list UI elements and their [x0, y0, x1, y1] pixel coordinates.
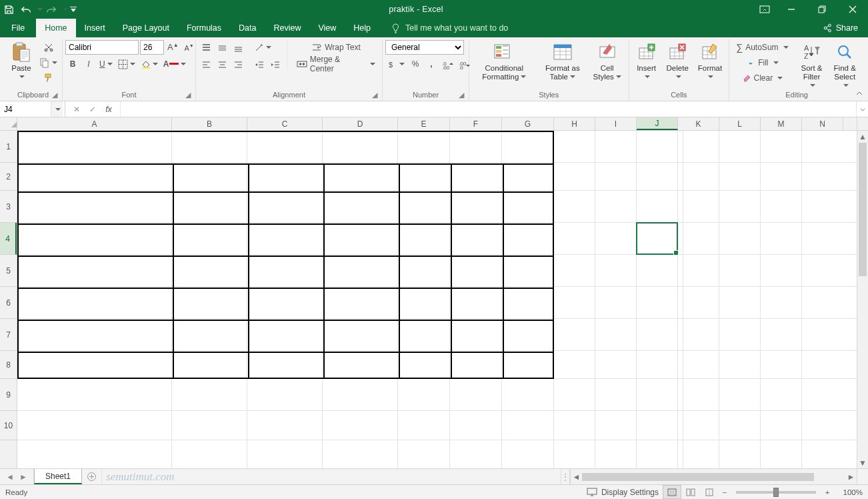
orientation-button[interactable] [252, 40, 273, 55]
zoom-in-button[interactable]: + [821, 488, 833, 496]
align-top-button[interactable] [199, 40, 213, 55]
zoom-out-button[interactable]: − [719, 488, 731, 496]
undo-button[interactable] [17, 0, 35, 19]
borders-button[interactable] [116, 57, 137, 71]
expand-formula-bar[interactable] [856, 101, 868, 117]
increase-decimal-button[interactable]: .0.00 [440, 57, 455, 71]
horizontal-scrollbar[interactable]: ◄ ► [570, 469, 857, 484]
italic-button[interactable]: I [81, 57, 96, 71]
formula-cancel[interactable]: ✕ [69, 101, 84, 117]
row-header-10[interactable]: 10 [0, 411, 17, 440]
delete-cells-button[interactable]: Delete [663, 40, 693, 83]
tab-review[interactable]: Review [265, 19, 309, 37]
decrease-indent-button[interactable] [252, 57, 267, 71]
scroll-right-button[interactable]: ► [845, 469, 857, 484]
wrap-text-button[interactable]: Wrap Text [293, 40, 379, 55]
sheet-nav-next[interactable]: ► [17, 469, 29, 484]
tab-file[interactable]: File [0, 19, 36, 37]
display-settings-button[interactable]: Display Settings [583, 485, 663, 500]
name-box-dropdown[interactable] [51, 101, 63, 117]
scroll-down-button[interactable]: ▼ [857, 457, 868, 468]
insert-cells-button[interactable]: Insert [632, 40, 661, 83]
column-header-C[interactable]: C [247, 117, 323, 130]
tab-data[interactable]: Data [230, 19, 265, 37]
tab-insert[interactable]: Insert [76, 19, 114, 37]
column-header-N[interactable]: N [802, 117, 843, 130]
restore-button[interactable] [807, 0, 837, 19]
cells-canvas[interactable] [17, 131, 857, 468]
align-left-button[interactable] [199, 57, 213, 71]
cell-styles-button[interactable]: Cell Styles [589, 40, 626, 83]
fill-button[interactable]: Fill [732, 55, 792, 70]
row-header-8[interactable]: 8 [0, 351, 17, 379]
sort-filter-button[interactable]: AZ Sort & Filter [797, 40, 827, 91]
column-header-E[interactable]: E [398, 117, 450, 130]
new-sheet-button[interactable] [82, 469, 102, 484]
grow-font-button[interactable]: A▲ [165, 40, 181, 55]
font-name-combo[interactable] [65, 40, 139, 55]
underline-button[interactable]: U [97, 57, 115, 71]
save-button[interactable] [0, 0, 17, 19]
align-right-button[interactable] [231, 57, 245, 71]
row-header-6[interactable]: 6 [0, 287, 17, 319]
alignment-dialog-launcher[interactable]: ◢ [370, 90, 379, 99]
tab-view[interactable]: View [309, 19, 345, 37]
minimize-button[interactable] [776, 0, 807, 19]
column-header-J[interactable]: J [637, 117, 678, 130]
paste-button[interactable]: Paste [7, 40, 36, 83]
bold-button[interactable]: B [65, 57, 80, 71]
percent-button[interactable]: % [408, 57, 423, 71]
cut-button[interactable] [37, 40, 59, 55]
scroll-left-button[interactable]: ◄ [571, 469, 582, 484]
column-header-A[interactable]: A [17, 117, 172, 130]
view-page-break-button[interactable] [700, 485, 719, 499]
tab-help[interactable]: Help [345, 19, 379, 37]
redo-button[interactable] [43, 0, 60, 19]
scroll-up-button[interactable]: ▲ [857, 131, 868, 142]
sheet-tab-sheet1[interactable]: Sheet1 [34, 469, 82, 484]
tell-me[interactable]: Tell me what you want to do [379, 19, 508, 37]
tab-page-layout[interactable]: Page Layout [114, 19, 178, 37]
clear-button[interactable]: Clear [732, 71, 792, 85]
share-button[interactable]: Share [813, 19, 868, 37]
undo-dropdown[interactable] [35, 0, 43, 19]
tab-formulas[interactable]: Formulas [178, 19, 230, 37]
zoom-knob[interactable] [773, 488, 779, 497]
name-box-input[interactable] [0, 101, 51, 117]
column-header-H[interactable]: H [554, 117, 595, 130]
accounting-button[interactable]: $ [385, 57, 407, 71]
sheet-nav-prev[interactable]: ◄ [4, 469, 16, 484]
copy-button[interactable] [37, 55, 59, 70]
column-header-K[interactable]: K [678, 117, 719, 130]
conditional-formatting-button[interactable]: Conditional Formatting [472, 40, 537, 83]
zoom-slider[interactable] [736, 491, 816, 494]
insert-function-button[interactable]: fx [101, 101, 116, 117]
number-dialog-launcher[interactable]: ◢ [457, 90, 466, 99]
font-color-button[interactable]: A [161, 57, 189, 71]
number-format-combo[interactable]: General [385, 40, 464, 55]
formula-input[interactable] [121, 101, 856, 117]
merge-center-button[interactable]: Merge & Center [293, 57, 379, 71]
format-as-table-button[interactable]: Format as Table [538, 40, 587, 83]
row-header-7[interactable]: 7 [0, 319, 17, 351]
row-header-4[interactable]: 4 [0, 223, 17, 255]
ribbon-options-button[interactable] [753, 0, 776, 19]
tab-home[interactable]: Home [36, 19, 75, 37]
vscroll-thumb[interactable] [859, 143, 867, 276]
column-header-B[interactable]: B [172, 117, 247, 130]
format-cells-button[interactable]: Format [694, 40, 726, 83]
sheet-split-handle[interactable]: ⋮ [561, 469, 570, 484]
align-center-button[interactable] [215, 57, 229, 71]
font-dialog-launcher[interactable]: ◢ [183, 90, 193, 99]
redo-dropdown[interactable] [60, 0, 68, 19]
select-all-corner[interactable] [0, 117, 17, 130]
column-header-I[interactable]: I [595, 117, 637, 130]
hscroll-thumb[interactable] [582, 473, 814, 481]
view-normal-button[interactable] [663, 485, 681, 499]
align-bottom-button[interactable] [231, 40, 245, 55]
close-button[interactable] [837, 0, 868, 19]
increase-indent-button[interactable] [268, 57, 283, 71]
font-size-combo[interactable] [140, 40, 164, 55]
comma-button[interactable]: , [424, 57, 439, 71]
row-header-2[interactable]: 2 [0, 163, 17, 191]
